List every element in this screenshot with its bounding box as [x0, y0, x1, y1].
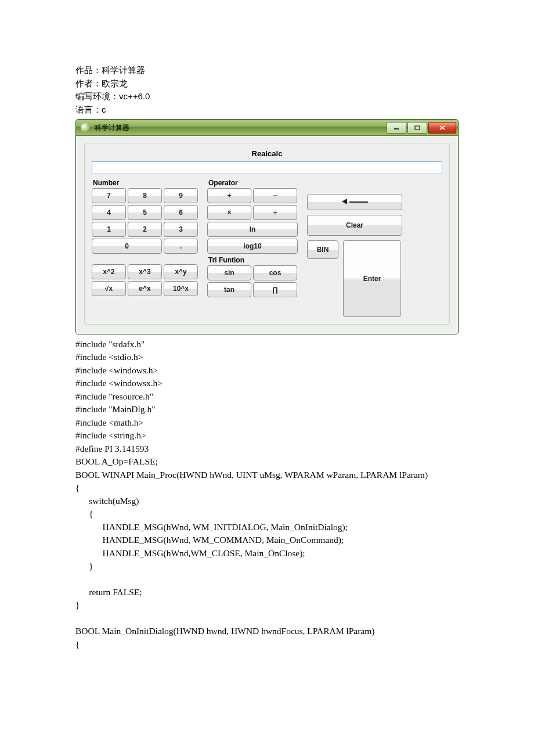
- ln-button[interactable]: ln: [207, 222, 298, 237]
- cos-button[interactable]: cos: [253, 265, 297, 280]
- app-icon: [81, 123, 90, 132]
- meta-lang-value: c: [102, 105, 106, 114]
- num-5-button[interactable]: 5: [128, 205, 162, 220]
- svg-rect-1: [415, 126, 420, 129]
- num-7-button[interactable]: 7: [92, 188, 126, 203]
- operator-label: Operator: [208, 179, 299, 187]
- window-title: 科学计算器: [95, 124, 129, 132]
- num-8-button[interactable]: 8: [128, 188, 162, 203]
- realcalc-label: Realcalc: [92, 149, 442, 158]
- num-0-button[interactable]: 0: [92, 239, 162, 254]
- arrow-left-icon: [342, 198, 349, 206]
- enter-button[interactable]: Enter: [343, 240, 401, 317]
- number-column: Number 7 8 9 4 5 6: [92, 174, 199, 296]
- meta-env-label: 编写环境：: [75, 91, 119, 101]
- meta-author-label: 作者：: [75, 78, 102, 88]
- display-input[interactable]: [92, 161, 442, 174]
- clear-button[interactable]: Clear: [307, 215, 402, 236]
- tri-label: Tri Funtion: [208, 256, 299, 264]
- multiply-button[interactable]: ×: [207, 205, 251, 220]
- app-window: 科学计算器 Realcalc: [75, 119, 459, 334]
- meta-lang-label: 语言：: [75, 105, 102, 114]
- titlebar-left: 科学计算器: [81, 122, 129, 133]
- operator-column: Operator + − × ÷ ln: [207, 174, 299, 297]
- client-area: Realcalc Number 7 8 9 4: [76, 136, 458, 334]
- sin-button[interactable]: sin: [207, 265, 251, 280]
- x-cubed-button[interactable]: x^3: [128, 264, 162, 279]
- arrow-line-icon: [349, 201, 368, 203]
- divide-button[interactable]: ÷: [253, 205, 297, 220]
- meta-work-value: 科学计算器: [102, 65, 145, 75]
- ten-pow-x-button[interactable]: 10^x: [164, 281, 198, 296]
- sqrt-button[interactable]: √x: [92, 281, 126, 296]
- tan-button[interactable]: tan: [207, 282, 251, 297]
- right-column: x Clear BIN Enter: [307, 174, 442, 317]
- backspace-button[interactable]: [307, 194, 402, 210]
- number-label: Number: [93, 179, 199, 187]
- num-9-button[interactable]: 9: [164, 188, 198, 203]
- num-2-button[interactable]: 2: [128, 222, 162, 237]
- bin-button[interactable]: BIN: [307, 240, 338, 259]
- close-button[interactable]: [428, 122, 456, 134]
- maximize-button[interactable]: [407, 122, 427, 134]
- num-4-button[interactable]: 4: [92, 205, 126, 220]
- subtract-button[interactable]: −: [253, 188, 297, 203]
- x-pow-y-button[interactable]: x^y: [164, 264, 198, 279]
- meta-author: 作者：欧宗龙: [75, 77, 459, 91]
- e-pow-x-button[interactable]: e^x: [128, 281, 162, 296]
- num-6-button[interactable]: 6: [164, 205, 198, 220]
- meta-work: 作品：科学计算器: [75, 64, 459, 77]
- minimize-button[interactable]: [387, 122, 406, 134]
- add-button[interactable]: +: [207, 188, 251, 203]
- meta-work-label: 作品：: [75, 65, 102, 75]
- main-group: Realcalc Number 7 8 9 4: [84, 143, 450, 325]
- titlebar: 科学计算器: [76, 120, 458, 136]
- meta-env: 编写环境：vc++6.0: [75, 90, 459, 103]
- pi-button[interactable]: ∏: [253, 282, 297, 297]
- num-3-button[interactable]: 3: [164, 222, 198, 237]
- dot-button[interactable]: .: [164, 239, 198, 254]
- meta-env-value: vc++6.0: [119, 91, 150, 101]
- meta-author-value: 欧宗龙: [102, 78, 128, 88]
- window-buttons: [385, 122, 456, 134]
- num-1-button[interactable]: 1: [92, 222, 126, 237]
- log10-button[interactable]: log10: [207, 239, 298, 254]
- meta-lang: 语言：c: [75, 103, 459, 117]
- code-block: #include "stdafx.h" #include <stdio.h> #…: [75, 338, 459, 651]
- x-squared-button[interactable]: x^2: [92, 264, 126, 279]
